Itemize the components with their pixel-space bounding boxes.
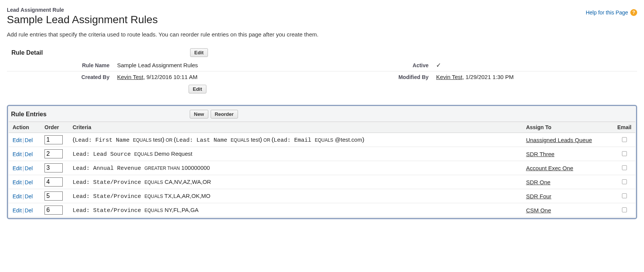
email-checkbox[interactable] [622, 165, 627, 170]
assign-to-link[interactable]: Unassigned Leads Queue [526, 137, 592, 143]
modified-by-user-link[interactable]: Kevin Test [436, 74, 462, 80]
action-separator: | [22, 137, 24, 143]
edit-button-bottom[interactable]: Edit [189, 85, 206, 93]
edit-link[interactable]: Edit [13, 179, 22, 185]
table-row: Edit|DelLead: Annual Revenue GREATER THA… [9, 161, 635, 175]
email-checkbox[interactable] [622, 193, 627, 198]
order-input[interactable] [44, 163, 63, 172]
edit-link[interactable]: Edit [13, 165, 22, 171]
del-link[interactable]: Del [25, 151, 33, 157]
email-checkbox[interactable] [622, 207, 627, 212]
col-action: Action [9, 122, 41, 133]
help-link[interactable]: Help for this Page ? [586, 9, 637, 16]
criteria-cell: Lead: State/Province EQUALS TX,LA,AR,OK,… [69, 189, 522, 203]
criteria-cell: Lead: State/Province EQUALS NY,FL,PA,GA [69, 203, 522, 217]
rule-entries-title: Rule Entries [11, 111, 190, 118]
order-input[interactable] [44, 206, 63, 215]
active-check-icon: ✓ [436, 62, 441, 68]
modified-by-time: , 1/29/2021 1:30 PM [462, 74, 514, 80]
action-separator: | [22, 165, 24, 171]
del-link[interactable]: Del [25, 137, 33, 143]
table-row: Edit|DelLead: State/Province EQUALS TX,L… [9, 189, 635, 203]
rule-detail-table: Rule Name Sample Lead Assignment Rules A… [7, 59, 637, 82]
email-checkbox[interactable] [622, 137, 627, 142]
rule-name-label: Rule Name [7, 59, 113, 71]
assign-to-link[interactable]: SDR Four [526, 193, 552, 199]
edit-link[interactable]: Edit [13, 151, 22, 157]
assign-to-link[interactable]: SDR One [526, 179, 550, 185]
action-separator: | [22, 193, 24, 199]
created-by-label: Created By [7, 71, 113, 83]
rule-detail-title: Rule Detail [11, 49, 190, 56]
assign-to-link[interactable]: CSM One [526, 207, 551, 213]
rule-entries-block: Rule Entries New Reorder Action Order Cr… [7, 105, 637, 219]
criteria-cell: Lead: Annual Revenue GREATER THAN 100000… [69, 161, 522, 175]
assign-to-link[interactable]: SDR Three [526, 151, 555, 157]
created-by-user-link[interactable]: Kevin Test [117, 74, 143, 80]
col-email: Email [614, 122, 635, 133]
col-assign-to: Assign To [522, 122, 614, 133]
table-row: Edit|DelLead: State/Province EQUALS NY,F… [9, 203, 635, 217]
del-link[interactable]: Del [25, 193, 33, 199]
new-button[interactable]: New [190, 110, 208, 119]
order-input[interactable] [44, 135, 63, 144]
reorder-button[interactable]: Reorder [211, 110, 238, 119]
help-icon: ? [630, 9, 637, 16]
order-input[interactable] [44, 191, 63, 201]
action-separator: | [22, 151, 24, 157]
edit-link[interactable]: Edit [13, 137, 22, 143]
breadcrumb: Lead Assignment Rule [7, 7, 158, 13]
criteria-cell: Lead: State/Province EQUALS CA,NV,AZ,WA,… [69, 175, 522, 189]
help-link-label: Help for this Page [586, 9, 628, 16]
action-separator: | [22, 207, 24, 213]
order-input[interactable] [44, 177, 63, 187]
del-link[interactable]: Del [25, 207, 33, 213]
modified-by-label: Modified By [326, 71, 432, 83]
del-link[interactable]: Del [25, 165, 33, 171]
del-link[interactable]: Del [25, 179, 33, 185]
col-order: Order [41, 122, 69, 133]
table-row: Edit|DelLead: Lead Source EQUALS Demo Re… [9, 147, 635, 161]
email-checkbox[interactable] [622, 179, 627, 184]
table-row: Edit|Del(Lead: First Name EQUALS test) O… [9, 133, 635, 147]
col-criteria: Criteria [69, 122, 522, 133]
assign-to-link[interactable]: Account Exec One [526, 165, 573, 171]
order-input[interactable] [44, 149, 63, 158]
criteria-cell: (Lead: First Name EQUALS test) OR (Lead:… [69, 133, 522, 147]
action-separator: | [22, 179, 24, 185]
page-description: Add rule entries that specify the criter… [7, 31, 637, 38]
active-label: Active [326, 59, 432, 71]
created-by-time: , 9/12/2016 10:11 AM [143, 74, 198, 80]
page-title: Sample Lead Assignment Rules [7, 14, 158, 26]
edit-link[interactable]: Edit [13, 207, 22, 213]
edit-link[interactable]: Edit [13, 193, 22, 199]
criteria-cell: Lead: Lead Source EQUALS Demo Request [69, 147, 522, 161]
rule-name-value: Sample Lead Assignment Rules [113, 59, 326, 71]
edit-button-top[interactable]: Edit [190, 48, 208, 57]
email-checkbox[interactable] [622, 151, 627, 156]
rule-entries-table: Action Order Criteria Assign To Email Ed… [9, 122, 635, 217]
table-row: Edit|DelLead: State/Province EQUALS CA,N… [9, 175, 635, 189]
